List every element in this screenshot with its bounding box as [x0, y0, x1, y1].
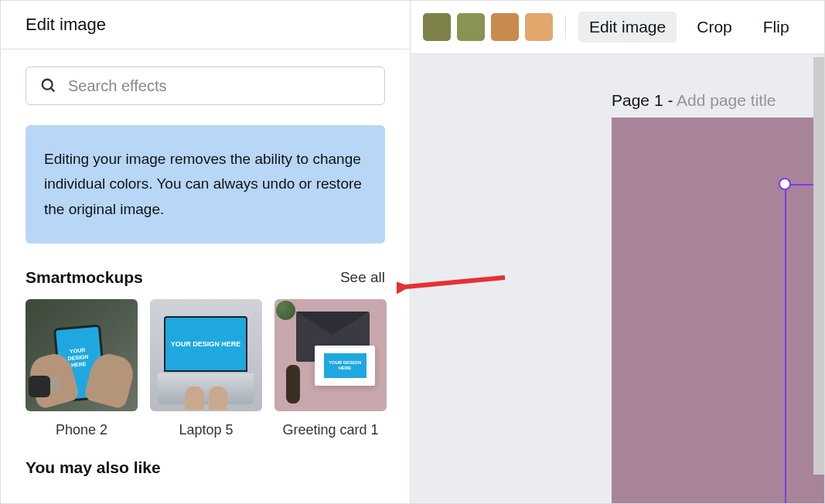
design-page[interactable]	[612, 117, 824, 503]
mockup-phone[interactable]: YOUR DESIGN HERE Phone 2	[26, 299, 138, 438]
mockup-list: YOUR DESIGN HERE Phone 2 YOUR DESIGN HER…	[26, 299, 385, 438]
smartmockups-heading: Smartmockups	[26, 268, 143, 287]
mockup-label: Laptop 5	[150, 422, 262, 438]
sidebar: Edit image Editing your image removes th…	[1, 1, 411, 503]
selection-handle-nw[interactable]	[779, 178, 791, 190]
canvas[interactable]: Page 1 - Add page title	[411, 54, 824, 503]
mockup-placeholder-text: YOUR DESIGN HERE	[62, 346, 94, 369]
you-may-also-like-heading: You may also like	[26, 458, 385, 477]
mockup-laptop[interactable]: YOUR DESIGN HERE Laptop 5	[150, 299, 262, 438]
toolbar: Edit image Crop Flip	[411, 1, 824, 54]
see-all-link[interactable]: See all	[340, 269, 385, 286]
color-swatches	[423, 13, 553, 41]
color-swatch-2[interactable]	[457, 13, 485, 41]
search-input[interactable]	[68, 77, 370, 95]
scrollbar[interactable]	[813, 57, 824, 475]
crop-button[interactable]: Crop	[686, 12, 743, 43]
page-title-placeholder[interactable]: Add page title	[677, 91, 776, 109]
edit-image-button[interactable]: Edit image	[578, 12, 677, 43]
search-icon	[40, 77, 57, 95]
flip-button[interactable]: Flip	[752, 12, 800, 43]
mockup-label: Phone 2	[26, 422, 138, 438]
color-swatch-1[interactable]	[423, 13, 451, 41]
search-effects-field[interactable]	[26, 66, 385, 105]
svg-line-1	[51, 88, 55, 92]
info-message: Editing your image removes the ability t…	[26, 125, 385, 243]
mockup-label: Greeting card 1	[274, 422, 387, 438]
panel-title: Edit image	[1, 1, 410, 49]
svg-point-0	[43, 80, 53, 90]
page-number: Page 1 -	[612, 91, 677, 109]
mockup-greeting-card[interactable]: YOUR DESIGN HERE Greeting card 1	[274, 299, 387, 438]
mockup-placeholder-text: YOUR DESIGN HERE	[171, 339, 241, 349]
main-area: Edit image Crop Flip Page 1 - Add page t…	[411, 1, 824, 503]
color-swatch-3[interactable]	[491, 13, 519, 41]
color-swatch-4[interactable]	[525, 13, 553, 41]
page-label[interactable]: Page 1 - Add page title	[612, 91, 776, 110]
mockup-placeholder-text: YOUR DESIGN HERE	[324, 353, 366, 378]
divider	[565, 15, 566, 39]
